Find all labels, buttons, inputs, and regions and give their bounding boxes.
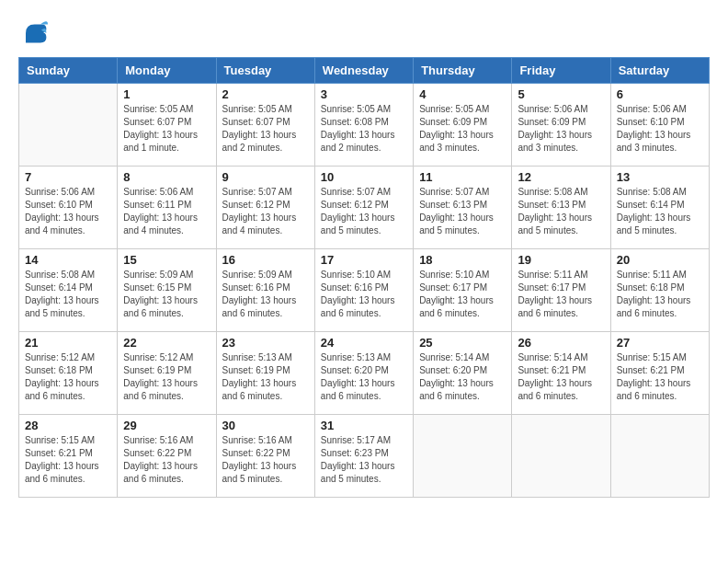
calendar-cell: 9Sunrise: 5:07 AMSunset: 6:12 PMDaylight… [216,167,314,249]
day-info: Sunrise: 5:09 AMSunset: 6:16 PMDaylight:… [222,269,309,320]
calendar-cell: 22Sunrise: 5:12 AMSunset: 6:19 PMDayligh… [118,332,216,415]
day-info: Sunrise: 5:10 AMSunset: 6:16 PMDaylight:… [321,269,407,320]
weekday-header: Wednesday [314,58,413,84]
calendar-cell: 13Sunrise: 5:08 AMSunset: 6:14 PMDayligh… [610,167,709,249]
day-info: Sunrise: 5:05 AMSunset: 6:07 PMDaylight:… [222,103,309,155]
day-number: 22 [123,336,210,350]
day-number: 26 [518,336,604,350]
day-info: Sunrise: 5:10 AMSunset: 6:17 PMDaylight:… [419,269,506,320]
day-number: 12 [518,170,604,184]
day-number: 25 [419,336,506,350]
calendar-week: 14Sunrise: 5:08 AMSunset: 6:14 PMDayligh… [19,249,710,332]
weekday-header: Sunday [19,58,118,84]
day-info: Sunrise: 5:17 AMSunset: 6:23 PMDaylight:… [321,434,407,486]
calendar-cell [512,415,610,498]
calendar-cell [610,415,709,498]
day-number: 13 [617,170,703,184]
calendar-cell: 1Sunrise: 5:05 AMSunset: 6:07 PMDaylight… [118,84,216,167]
day-info: Sunrise: 5:11 AMSunset: 6:17 PMDaylight:… [518,269,604,320]
day-number: 27 [617,336,703,350]
day-info: Sunrise: 5:13 AMSunset: 6:19 PMDaylight:… [222,351,309,403]
calendar-week: 7Sunrise: 5:06 AMSunset: 6:10 PMDaylight… [19,167,710,249]
weekday-header: Tuesday [216,58,314,84]
calendar-cell [414,415,512,498]
day-number: 2 [222,87,309,101]
calendar-cell: 21Sunrise: 5:12 AMSunset: 6:18 PMDayligh… [19,332,118,415]
day-number: 23 [222,336,309,350]
calendar-cell: 5Sunrise: 5:06 AMSunset: 6:09 PMDaylight… [512,84,610,167]
calendar-cell: 16Sunrise: 5:09 AMSunset: 6:16 PMDayligh… [216,249,314,332]
day-number: 18 [419,253,506,267]
day-number: 31 [321,419,407,432]
day-number: 21 [25,336,111,350]
day-number: 15 [123,253,210,267]
page-header [18,18,710,48]
day-number: 16 [222,253,309,267]
day-info: Sunrise: 5:13 AMSunset: 6:20 PMDaylight:… [321,351,407,403]
day-number: 20 [617,253,703,267]
calendar-cell: 8Sunrise: 5:06 AMSunset: 6:11 PMDaylight… [118,167,216,249]
weekday-header: Friday [512,58,610,84]
day-info: Sunrise: 5:06 AMSunset: 6:09 PMDaylight:… [518,103,604,155]
calendar-cell: 28Sunrise: 5:15 AMSunset: 6:21 PMDayligh… [19,415,118,498]
day-number: 10 [321,170,407,184]
day-info: Sunrise: 5:09 AMSunset: 6:15 PMDaylight:… [123,269,210,320]
day-info: Sunrise: 5:12 AMSunset: 6:19 PMDaylight:… [123,351,210,403]
day-number: 28 [25,419,111,432]
day-number: 7 [25,170,111,184]
day-number: 14 [25,253,111,267]
calendar-cell: 31Sunrise: 5:17 AMSunset: 6:23 PMDayligh… [314,415,413,498]
calendar-cell: 6Sunrise: 5:06 AMSunset: 6:10 PMDaylight… [610,84,709,167]
day-info: Sunrise: 5:12 AMSunset: 6:18 PMDaylight:… [25,351,111,403]
day-number: 6 [617,87,703,101]
calendar-week: 21Sunrise: 5:12 AMSunset: 6:18 PMDayligh… [19,332,710,415]
day-info: Sunrise: 5:07 AMSunset: 6:13 PMDaylight:… [419,186,506,237]
calendar-week: 1Sunrise: 5:05 AMSunset: 6:07 PMDaylight… [19,84,710,167]
day-number: 11 [419,170,506,184]
day-number: 9 [222,170,309,184]
calendar-cell: 29Sunrise: 5:16 AMSunset: 6:22 PMDayligh… [118,415,216,498]
calendar-cell: 25Sunrise: 5:14 AMSunset: 6:20 PMDayligh… [414,332,512,415]
calendar-cell: 23Sunrise: 5:13 AMSunset: 6:19 PMDayligh… [216,332,314,415]
day-number: 19 [518,253,604,267]
day-number: 4 [419,87,506,101]
day-info: Sunrise: 5:08 AMSunset: 6:14 PMDaylight:… [617,186,703,237]
day-info: Sunrise: 5:15 AMSunset: 6:21 PMDaylight:… [617,351,703,403]
calendar-cell: 12Sunrise: 5:08 AMSunset: 6:13 PMDayligh… [512,167,610,249]
calendar-cell: 24Sunrise: 5:13 AMSunset: 6:20 PMDayligh… [314,332,413,415]
calendar-cell: 26Sunrise: 5:14 AMSunset: 6:21 PMDayligh… [512,332,610,415]
day-info: Sunrise: 5:14 AMSunset: 6:21 PMDaylight:… [518,351,604,403]
weekday-header: Thursday [414,58,512,84]
day-number: 1 [123,87,210,101]
day-info: Sunrise: 5:05 AMSunset: 6:09 PMDaylight:… [419,103,506,155]
calendar-week: 28Sunrise: 5:15 AMSunset: 6:21 PMDayligh… [19,415,710,498]
calendar-cell [19,84,118,167]
calendar-cell: 11Sunrise: 5:07 AMSunset: 6:13 PMDayligh… [414,167,512,249]
day-number: 5 [518,87,604,101]
day-info: Sunrise: 5:16 AMSunset: 6:22 PMDaylight:… [123,434,210,486]
day-info: Sunrise: 5:15 AMSunset: 6:21 PMDaylight:… [25,434,111,486]
calendar-cell: 3Sunrise: 5:05 AMSunset: 6:08 PMDaylight… [314,84,413,167]
day-info: Sunrise: 5:08 AMSunset: 6:14 PMDaylight:… [25,269,111,320]
day-info: Sunrise: 5:05 AMSunset: 6:07 PMDaylight:… [123,103,210,155]
calendar-cell: 2Sunrise: 5:05 AMSunset: 6:07 PMDaylight… [216,84,314,167]
calendar-cell: 7Sunrise: 5:06 AMSunset: 6:10 PMDaylight… [19,167,118,249]
weekday-header: Monday [118,58,216,84]
day-number: 3 [321,87,407,101]
calendar-cell: 10Sunrise: 5:07 AMSunset: 6:12 PMDayligh… [314,167,413,249]
logo-icon [18,18,48,48]
day-number: 17 [321,253,407,267]
day-number: 30 [222,419,309,432]
calendar: SundayMondayTuesdayWednesdayThursdayFrid… [18,57,710,498]
day-number: 29 [123,419,210,432]
calendar-cell: 20Sunrise: 5:11 AMSunset: 6:18 PMDayligh… [610,249,709,332]
weekday-header: Saturday [610,58,709,84]
day-info: Sunrise: 5:11 AMSunset: 6:18 PMDaylight:… [617,269,703,320]
calendar-cell: 30Sunrise: 5:16 AMSunset: 6:22 PMDayligh… [216,415,314,498]
day-number: 24 [321,336,407,350]
day-info: Sunrise: 5:07 AMSunset: 6:12 PMDaylight:… [222,186,309,237]
calendar-cell: 27Sunrise: 5:15 AMSunset: 6:21 PMDayligh… [610,332,709,415]
calendar-cell: 4Sunrise: 5:05 AMSunset: 6:09 PMDaylight… [414,84,512,167]
logo [18,18,51,48]
day-info: Sunrise: 5:07 AMSunset: 6:12 PMDaylight:… [321,186,407,237]
